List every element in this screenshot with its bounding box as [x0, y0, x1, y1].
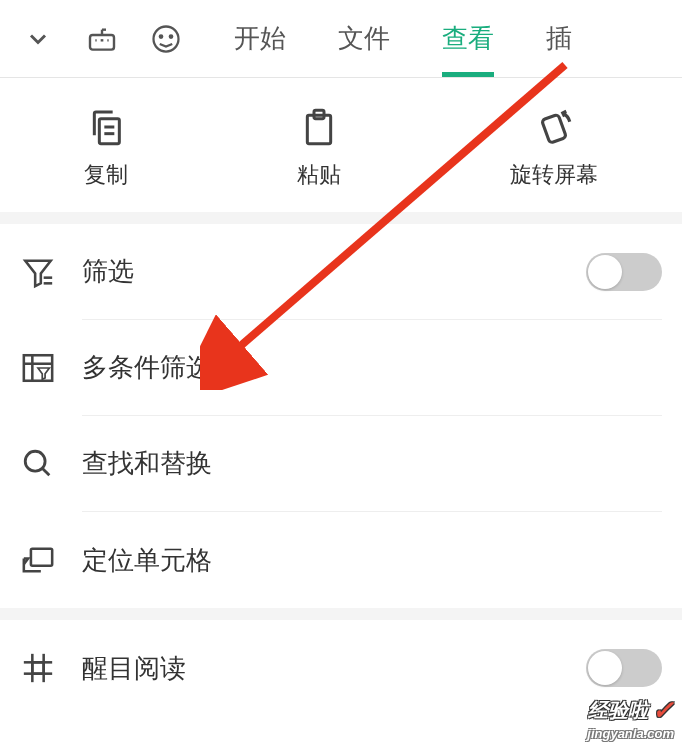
svg-point-5 — [154, 26, 179, 51]
svg-point-6 — [160, 35, 163, 38]
svg-rect-23 — [31, 549, 52, 566]
rotate-icon — [533, 106, 575, 148]
rotate-label: 旋转屏幕 — [510, 160, 598, 190]
copy-icon — [85, 106, 127, 148]
filter-label: 筛选 — [82, 254, 586, 289]
find-replace-label: 查找和替换 — [82, 446, 662, 481]
multi-filter-icon — [20, 350, 56, 386]
paste-label: 粘贴 — [297, 160, 341, 190]
locate-cell-label: 定位单元格 — [82, 543, 662, 578]
highlight-read-label: 醒目阅读 — [82, 651, 586, 686]
keyboard-icon[interactable] — [84, 21, 120, 57]
svg-rect-0 — [90, 35, 114, 50]
tab-start[interactable]: 开始 — [234, 0, 286, 77]
copy-button[interactable]: 复制 — [84, 106, 128, 190]
tab-file[interactable]: 文件 — [338, 0, 390, 77]
svg-point-7 — [170, 35, 173, 38]
collapse-icon[interactable] — [20, 21, 56, 57]
rotate-button[interactable]: 旋转屏幕 — [510, 106, 598, 190]
section-divider — [0, 608, 682, 620]
watermark-url: jingyanla.com — [587, 726, 674, 741]
watermark-text: 经验啦 — [588, 697, 648, 724]
filter-icon — [20, 254, 56, 290]
highlight-read-toggle[interactable] — [586, 649, 662, 687]
tab-view[interactable]: 查看 — [442, 0, 494, 77]
svg-rect-13 — [541, 114, 566, 143]
multi-filter-label: 多条件筛选 — [82, 350, 662, 385]
find-replace-item[interactable]: 查找和替换 — [0, 416, 682, 512]
filter-toggle[interactable] — [586, 253, 662, 291]
watermark: 经验啦 ✓ jingyanla.com — [587, 695, 674, 741]
filter-item[interactable]: 筛选 — [0, 224, 682, 320]
svg-point-21 — [25, 451, 45, 471]
svg-rect-28 — [32, 662, 43, 673]
copy-label: 复制 — [84, 160, 128, 190]
tab-plugin[interactable]: 插 — [546, 0, 572, 77]
highlight-read-item[interactable]: 醒目阅读 — [0, 620, 682, 716]
paste-button[interactable]: 粘贴 — [297, 106, 341, 190]
assistant-icon[interactable] — [148, 21, 184, 57]
search-icon — [20, 446, 56, 482]
paste-icon — [298, 106, 340, 148]
watermark-check-icon: ✓ — [652, 695, 674, 726]
multi-filter-item[interactable]: 多条件筛选 — [0, 320, 682, 416]
highlight-read-icon — [20, 650, 56, 686]
svg-rect-8 — [100, 119, 120, 144]
svg-marker-20 — [38, 368, 49, 379]
svg-line-22 — [42, 468, 49, 475]
locate-cell-icon — [20, 542, 56, 578]
locate-cell-item[interactable]: 定位单元格 — [0, 512, 682, 608]
